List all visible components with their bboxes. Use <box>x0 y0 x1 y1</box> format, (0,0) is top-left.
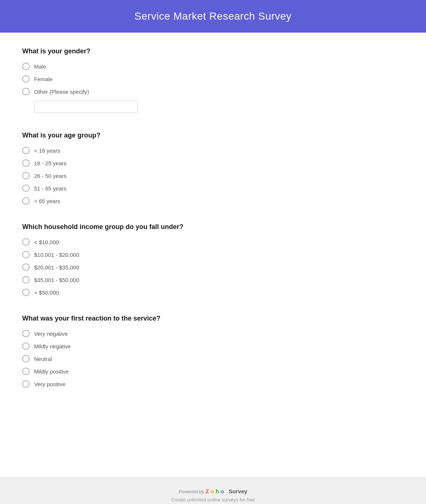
age-option-26to50[interactable]: 26 - 50 years <box>22 172 404 179</box>
reaction-label-mildly-negative: Mildly negative <box>34 343 71 349</box>
gender-other-text-input[interactable] <box>34 100 138 113</box>
age-option-18to25[interactable]: 18 - 25 years <box>22 159 404 167</box>
zoho-letter-h: h <box>216 488 219 494</box>
age-radio-18to25[interactable] <box>22 159 30 167</box>
reaction-radio-neutral[interactable] <box>22 355 30 362</box>
gender-label-female: Female <box>34 76 53 82</box>
gender-radio-other[interactable] <box>22 88 30 95</box>
income-label-20kto35k: $20,001 - $35,000 <box>34 264 79 271</box>
age-label-26to50: 26 - 50 years <box>34 173 67 179</box>
income-option-over50k[interactable]: > $50,000 <box>22 289 404 296</box>
income-option-35kto50k[interactable]: $35,001 - $50,000 <box>22 276 404 284</box>
income-label-10kto20k: $10,001 - $20,000 <box>34 252 79 258</box>
age-label-over65: > 65 years <box>34 198 60 204</box>
survey-footer: Powered by Z o h o Survey Create unlimit… <box>0 477 426 504</box>
age-label-under18: < 18 years <box>34 147 60 154</box>
question-age: What is your age group? < 18 years 18 - … <box>22 132 404 205</box>
income-radio-20kto35k[interactable] <box>22 263 30 271</box>
reaction-option-neutral[interactable]: Neutral <box>22 355 404 362</box>
age-label-51to65: 51 - 65 years <box>34 185 67 192</box>
survey-main: What is your gender? Male Female Other (… <box>0 33 426 477</box>
income-radio-10kto20k[interactable] <box>22 251 30 258</box>
income-option-20kto35k[interactable]: $20,001 - $35,000 <box>22 263 404 271</box>
age-question-label: What is your age group? <box>22 132 404 139</box>
age-option-51to65[interactable]: 51 - 65 years <box>22 185 404 192</box>
gender-label-male: Male <box>34 63 46 70</box>
gender-label-other: Other (Please specify) <box>34 89 89 95</box>
age-radio-51to65[interactable] <box>22 185 30 192</box>
income-label-under10k: < $10,000 <box>34 239 59 245</box>
reaction-option-very-positive[interactable]: Very positive <box>22 380 404 388</box>
reaction-radio-mildly-negative[interactable] <box>22 342 30 350</box>
question-reaction: What was your first reaction to the serv… <box>22 315 404 388</box>
age-radio-under18[interactable] <box>22 147 30 154</box>
gender-option-female[interactable]: Female <box>22 75 404 83</box>
zoho-letter-z: Z <box>206 488 209 494</box>
reaction-radio-very-negative[interactable] <box>22 330 30 337</box>
reaction-option-mildly-positive[interactable]: Mildly positive <box>22 368 404 375</box>
reaction-option-very-negative[interactable]: Very negative <box>22 330 404 337</box>
reaction-label-mildly-positive: Mildly positive <box>34 368 69 375</box>
reaction-radio-mildly-positive[interactable] <box>22 368 30 375</box>
question-income: Which household income group do you fall… <box>22 223 404 296</box>
gender-radio-female[interactable] <box>22 75 30 83</box>
income-label-35kto50k: $35,001 - $50,000 <box>34 277 79 283</box>
income-radio-35kto50k[interactable] <box>22 276 30 284</box>
income-label-over50k: > $50,000 <box>34 289 59 296</box>
gender-option-male[interactable]: Male <box>22 63 404 70</box>
survey-title: Service Market Research Survey <box>7 10 419 22</box>
zoho-letter-o1: o <box>210 488 214 494</box>
question-gender: What is your gender? Male Female Other (… <box>22 47 404 113</box>
age-option-under18[interactable]: < 18 years <box>22 147 404 154</box>
reaction-label-very-negative: Very negative <box>34 331 68 337</box>
gender-radio-male[interactable] <box>22 63 30 70</box>
income-option-10kto20k[interactable]: $10,001 - $20,000 <box>22 251 404 258</box>
income-option-under10k[interactable]: < $10,000 <box>22 238 404 246</box>
footer-powered-line: Powered by Z o h o Survey <box>7 488 419 495</box>
gender-question-label: What is your gender? <box>22 47 404 55</box>
age-option-over65[interactable]: > 65 years <box>22 197 404 205</box>
age-radio-26to50[interactable] <box>22 172 30 179</box>
reaction-question-label: What was your first reaction to the serv… <box>22 315 404 322</box>
zoho-survey-label: Survey <box>229 488 247 494</box>
income-radio-over50k[interactable] <box>22 289 30 296</box>
footer-tagline: Create unlimited online surveys for free <box>7 497 419 503</box>
age-radio-over65[interactable] <box>22 197 30 205</box>
reaction-option-mildly-negative[interactable]: Mildly negative <box>22 342 404 350</box>
zoho-letter-o2: o <box>221 488 224 494</box>
survey-header: Service Market Research Survey <box>0 0 426 33</box>
powered-by-text: Powered by <box>179 489 205 494</box>
gender-option-other[interactable]: Other (Please specify) <box>22 88 404 95</box>
income-radio-under10k[interactable] <box>22 238 30 246</box>
reaction-radio-very-positive[interactable] <box>22 380 30 388</box>
reaction-label-neutral: Neutral <box>34 356 52 362</box>
reaction-label-very-positive: Very positive <box>34 381 66 387</box>
income-question-label: Which household income group do you fall… <box>22 223 404 231</box>
age-label-18to25: 18 - 25 years <box>34 160 67 166</box>
